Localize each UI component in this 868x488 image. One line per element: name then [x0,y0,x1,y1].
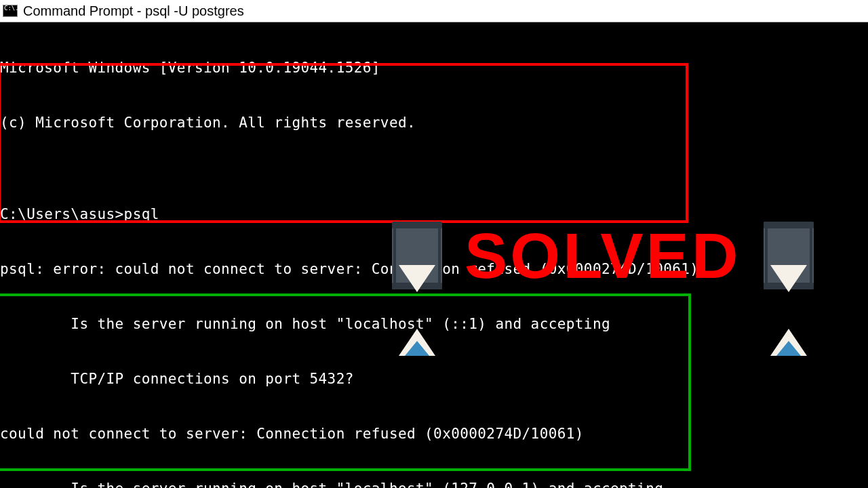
window-titlebar[interactable]: C:\. Command Prompt - psql -U postgres [0,0,868,22]
window-title: Command Prompt - psql -U postgres [23,3,244,19]
terminal-line: Is the server running on host "localhost… [0,480,698,488]
terminal-line: Is the server running on host "localhost… [0,315,698,333]
cmd-prompt-icon: C:\. [3,5,18,17]
terminal-line: could not connect to server: Connection … [0,425,698,443]
terminal-line: TCP/IP connections on port 5432? [0,370,698,388]
terminal-output: Microsoft Windows [Version 10.0.19044.15… [0,22,698,488]
terminal-line: psql: error: could not connect to server… [0,260,698,279]
terminal-area[interactable]: Microsoft Windows [Version 10.0.19044.15… [0,22,868,488]
terminal-line: Microsoft Windows [Version 10.0.19044.15… [0,59,698,77]
hourglass-icon [762,222,816,289]
terminal-line: C:\Users\asus>psql [0,205,698,224]
terminal-line: (c) Microsoft Corporation. All rights re… [0,114,698,132]
